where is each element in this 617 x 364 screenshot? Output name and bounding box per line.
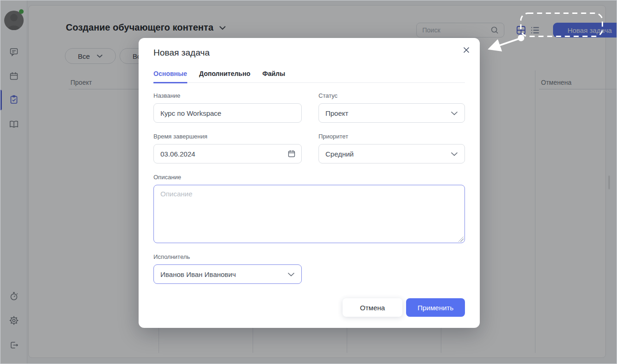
tab-additional[interactable]: Дополнительно <box>199 70 250 83</box>
name-label: Название <box>153 92 302 99</box>
tab-main[interactable]: Основные <box>153 70 187 83</box>
assignee-field: Исполнитель Иванов Иван Иванович <box>153 253 302 284</box>
status-field: Статус Проект <box>318 92 465 123</box>
modal-tabs: Основные Дополнительно Файлы <box>153 70 465 83</box>
close-button[interactable] <box>461 44 472 56</box>
due-date-field: Время завершения <box>153 133 302 163</box>
modal-title: Новая задача <box>153 48 465 58</box>
apply-button[interactable]: Применить <box>406 298 465 317</box>
assignee-label: Исполнитель <box>153 253 302 260</box>
assignee-select[interactable]: Иванов Иван Иванович <box>153 264 302 284</box>
due-date-label: Время завершения <box>153 133 302 140</box>
priority-select[interactable]: Средний <box>318 144 465 163</box>
description-label: Описание <box>153 174 465 181</box>
priority-field: Приоритет Средний <box>318 133 465 163</box>
chevron-down-icon <box>451 152 458 156</box>
status-select[interactable]: Проект <box>318 103 465 123</box>
new-task-modal: Новая задача Основные Дополнительно Файл… <box>139 38 480 328</box>
description-field: Описание <box>153 174 465 243</box>
resize-handle-icon[interactable] <box>458 237 464 242</box>
status-label: Статус <box>318 92 465 99</box>
calendar-icon[interactable] <box>287 150 296 158</box>
chevron-down-icon <box>287 272 295 276</box>
status-value: Проект <box>325 109 348 117</box>
close-icon <box>463 46 470 54</box>
name-field: Название <box>153 92 302 123</box>
description-textarea[interactable] <box>153 185 465 243</box>
tab-files[interactable]: Файлы <box>262 70 285 83</box>
app-window: Создание обучающего контента Новая задач… <box>0 0 617 364</box>
due-date-input[interactable] <box>154 144 301 163</box>
name-input[interactable] <box>154 104 301 122</box>
assignee-value: Иванов Иван Иванович <box>160 270 236 278</box>
priority-value: Средний <box>325 150 354 158</box>
cancel-button[interactable]: Отмена <box>343 298 402 317</box>
chevron-down-icon <box>451 111 458 115</box>
priority-label: Приоритет <box>318 133 465 140</box>
